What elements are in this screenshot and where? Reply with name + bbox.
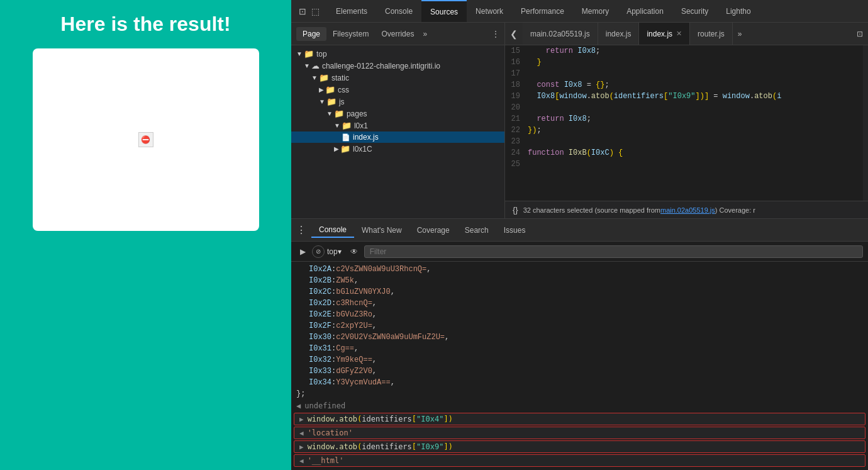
editor-tab-router[interactable]: router.js xyxy=(690,23,733,45)
tree-item-index-js[interactable]: 📄 index.js xyxy=(291,131,504,143)
line-num-16: 16 xyxy=(505,57,528,68)
tab-security[interactable]: Security xyxy=(672,0,717,22)
code-editor[interactable]: 15 return I0x8; 16 } 17 xyxy=(505,45,863,201)
tab-overrides[interactable]: Overrides xyxy=(375,27,420,41)
tab-memory[interactable]: Memory xyxy=(573,0,618,22)
code-vertical-scrollbar[interactable] xyxy=(863,45,868,201)
tree-label-static: static xyxy=(331,74,349,82)
tree-item-css[interactable]: ▶ 📁 css xyxy=(291,84,504,96)
right-arrow-icon: ▶ xyxy=(299,443,304,451)
tab-console[interactable]: Console xyxy=(376,0,421,22)
close-tab-icon[interactable]: ✕ xyxy=(676,30,682,38)
console-context-label: top xyxy=(327,247,338,256)
braces-icon: {} xyxy=(513,205,518,215)
console-result-2: ◀ '__html' xyxy=(294,454,865,467)
console-clear-btn[interactable]: ⊘ xyxy=(312,245,325,258)
console-execute-btn[interactable]: ▶ xyxy=(296,246,309,257)
cursor-icon[interactable]: ⊡ xyxy=(296,6,309,16)
code-line-23: 23 xyxy=(505,136,863,147)
line-num-24: 24 xyxy=(505,147,528,159)
console-key: I0x2C xyxy=(309,288,331,296)
tree-item-top[interactable]: ▼ 📁 top xyxy=(291,48,504,60)
console-key: I0x33 xyxy=(309,367,331,376)
code-line-15: 15 return I0x8; xyxy=(505,45,863,57)
console-val: ZW5k xyxy=(336,276,354,285)
console-cmd-2[interactable]: ▶ window.atob(identifiers["I0x9"]) xyxy=(294,440,865,453)
tree-item-js[interactable]: ▼ 📁 js xyxy=(291,96,504,108)
folder-icon: 📁 xyxy=(304,49,314,59)
code-line-22: 22 }); xyxy=(505,125,863,136)
tab-coverage[interactable]: Coverage xyxy=(409,223,457,237)
chevron-down-icon: ▼ xyxy=(326,110,333,117)
tree-item-l0x1c[interactable]: ▶ 📁 l0x1C xyxy=(291,143,504,155)
editor-nav-prev[interactable]: ❮ xyxy=(505,23,523,45)
console-line-i031: I0x31 : Cg== , xyxy=(291,344,868,355)
line-content-20 xyxy=(528,102,863,113)
tab-application[interactable]: Application xyxy=(618,0,672,22)
editor-tab-label-router: router.js xyxy=(698,30,725,38)
tab-console-main[interactable]: Console xyxy=(311,223,354,238)
console-output[interactable]: I0x2A : c2VsZWN0aW9uU3RhcnQ= , I0x2B : Z… xyxy=(291,262,868,470)
editor-tab-label-active: index.js xyxy=(647,30,672,38)
console-val: c2xpY2U= xyxy=(336,322,372,330)
editor-tab-main02[interactable]: main.02a05519.js xyxy=(523,23,598,45)
folder-icon-l0x1c: 📁 xyxy=(340,144,350,154)
console-val: dGFyZ2V0 xyxy=(336,367,372,376)
line-content-25 xyxy=(528,159,863,170)
editor-tab-end-btn[interactable]: ⊡ xyxy=(852,30,868,38)
console-cmd-1[interactable]: ▶ window.atob(identifiers["I0x4"]) xyxy=(294,413,865,425)
console-drag-handle[interactable]: ⋮ xyxy=(296,224,306,236)
sidebar-more-btn[interactable]: » xyxy=(423,30,427,38)
tree-item-static[interactable]: ▼ 📁 static xyxy=(291,72,504,84)
console-key: I0x2F xyxy=(309,322,331,330)
tree-item-l0x1[interactable]: ▼ 📁 l0x1 xyxy=(291,120,504,131)
tab-performance[interactable]: Performance xyxy=(512,0,573,22)
console-context-selector[interactable]: top ▾ xyxy=(327,247,342,256)
chevron-down-icon: ▼ xyxy=(319,98,325,105)
console-filter-input[interactable] xyxy=(364,245,863,258)
tab-filesystem[interactable]: Filesystem xyxy=(326,27,375,41)
sidebar-dots-btn[interactable]: ⋮ xyxy=(492,30,499,38)
status-suffix: ) Coverage: r xyxy=(715,206,755,214)
device-icon[interactable]: ⬚ xyxy=(309,6,322,16)
tab-elements[interactable]: Elements xyxy=(327,0,376,22)
code-line-16: 16 } xyxy=(505,57,863,68)
code-line-17: 17 xyxy=(505,68,863,79)
status-bar: {} 32 characters selected (source mapped… xyxy=(505,201,868,218)
line-content-16: } xyxy=(528,57,863,68)
line-num-18: 18 xyxy=(505,79,528,91)
line-content-18: const I0x8 = {}; xyxy=(528,79,863,91)
editor-more-btn[interactable]: » xyxy=(733,30,747,38)
console-eye-btn[interactable]: 👁 xyxy=(347,246,362,257)
editor-tab-indexjs-active[interactable]: index.js ✕ xyxy=(639,23,690,45)
console-panel: ⋮ Console What's New Coverage Search Iss… xyxy=(291,218,868,470)
tree-item-challenge[interactable]: ▼ ☁ challenge-0122-challenge.intigriti.i… xyxy=(291,60,504,72)
console-line-i033: I0x33 : dGFyZ2V0 , xyxy=(291,366,868,378)
line-content-21: return I0x8; xyxy=(528,113,863,125)
source-link[interactable]: main.02a05519.js xyxy=(660,206,715,214)
tab-lighthouse[interactable]: Lighthо xyxy=(717,0,759,22)
tab-page[interactable]: Page xyxy=(296,27,326,41)
tab-search[interactable]: Search xyxy=(457,223,496,237)
left-arrow-icon: ◀ xyxy=(299,457,304,465)
console-key: I0x2B xyxy=(309,276,331,285)
console-key: I0x2D xyxy=(309,299,331,308)
broken-image xyxy=(138,132,153,147)
console-key: I0x2A xyxy=(309,265,331,274)
tree-item-pages[interactable]: ▼ 📁 pages xyxy=(291,108,504,120)
left-arrow-icon: ◀ xyxy=(299,429,304,437)
tab-whats-new[interactable]: What's New xyxy=(354,223,409,237)
tab-sources[interactable]: Sources xyxy=(421,0,467,22)
console-line-i02b: I0x2B : ZW5k , xyxy=(291,276,868,287)
console-result-1: ◀ 'location' xyxy=(294,427,865,439)
chevron-down-icon: ▼ xyxy=(334,122,340,129)
result-image-box xyxy=(33,48,259,231)
line-num-20: 20 xyxy=(505,102,528,113)
line-content-22: }); xyxy=(528,125,863,136)
sources-main: Page Filesystem Overrides » ⋮ ▼ 📁 top ▼ xyxy=(291,23,868,218)
tab-issues[interactable]: Issues xyxy=(496,223,533,237)
editor-tab-indexjs1[interactable]: index.js xyxy=(598,23,640,45)
console-result-text-2: '__html' xyxy=(308,456,344,465)
tab-network[interactable]: Network xyxy=(467,0,512,22)
tree-label-index-js: index.js xyxy=(353,133,379,142)
